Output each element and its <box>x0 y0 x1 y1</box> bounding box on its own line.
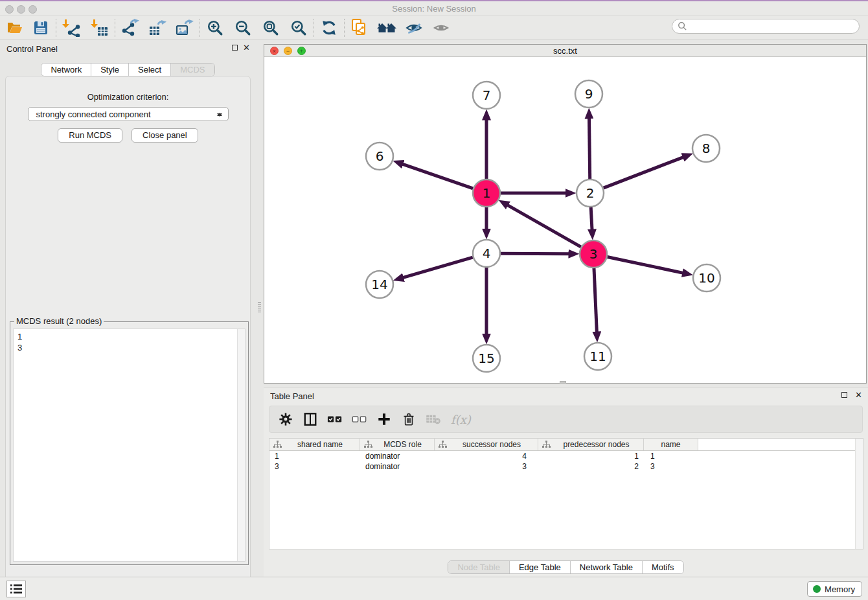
graph-node-7[interactable]: 7 <box>473 82 500 109</box>
tab-mcds[interactable]: MCDS <box>171 63 214 76</box>
graph-node-14[interactable]: 14 <box>366 271 393 298</box>
cell-MCDS-role[interactable]: dominator <box>360 461 435 472</box>
show-panel-eye-icon[interactable] <box>430 18 452 38</box>
optimization-criterion-select[interactable]: strongly connected component <box>28 107 229 121</box>
mcds-result-area[interactable]: 1 3 <box>13 329 246 562</box>
memory-status-icon <box>813 585 821 593</box>
column-visibility-icon[interactable] <box>302 411 319 428</box>
search-field[interactable] <box>672 19 860 34</box>
cell-shared-name[interactable]: 3 <box>269 461 360 472</box>
graph-node-label: 4 <box>483 246 491 261</box>
cell-name[interactable]: 1 <box>644 451 698 461</box>
toolbar-separator <box>314 19 314 37</box>
tab-network[interactable]: Network <box>41 63 91 76</box>
network-resize-handle[interactable] <box>560 381 566 384</box>
import-network-icon[interactable] <box>60 18 82 38</box>
graph-edge-1-6[interactable] <box>402 164 473 189</box>
export-network-icon[interactable] <box>119 18 141 38</box>
tab-edge-table[interactable]: Edge Table <box>510 561 571 573</box>
cell-name[interactable]: 3 <box>644 461 698 472</box>
export-image-icon[interactable] <box>174 18 196 38</box>
graph-node-11[interactable]: 11 <box>584 343 611 370</box>
float-panel-icon[interactable] <box>232 45 238 51</box>
search-input[interactable] <box>687 20 859 32</box>
save-session-icon[interactable] <box>30 18 52 38</box>
cell-shared-name[interactable]: 1 <box>269 451 360 461</box>
zoom-in-icon[interactable] <box>204 18 226 38</box>
graph-edge-2-8[interactable] <box>604 157 684 188</box>
graph-node-15[interactable]: 15 <box>473 345 500 372</box>
delete-table-icon[interactable] <box>425 411 442 428</box>
import-table-icon[interactable] <box>89 18 111 38</box>
graph-node-label: 8 <box>702 141 711 156</box>
table-body: 1dominator4113dominator323 <box>269 451 863 472</box>
run-mcds-button[interactable]: Run MCDS <box>58 128 122 143</box>
hide-panel-eye-icon[interactable] <box>403 18 425 38</box>
graph-edge-2-9[interactable] <box>589 118 589 179</box>
graph-node-2[interactable]: 2 <box>577 179 604 207</box>
open-session-icon[interactable] <box>4 18 26 38</box>
float-table-panel-icon[interactable] <box>841 392 847 398</box>
table-panel: Table Panel ✕ f(x) shared nameMCDS roles… <box>264 387 868 577</box>
tab-select[interactable]: Select <box>129 63 171 76</box>
deselect-all-columns-icon[interactable] <box>351 411 368 428</box>
graph-node-9[interactable]: 9 <box>575 80 602 108</box>
graph-edge-4-14[interactable] <box>403 257 473 278</box>
node-table: shared nameMCDS rolesuccessor nodesprede… <box>269 438 863 549</box>
zoom-out-icon[interactable] <box>232 18 254 38</box>
clone-network-icon[interactable] <box>348 18 371 38</box>
cell-predecessor-nodes[interactable]: 2 <box>538 461 644 472</box>
cell-predecessor-nodes[interactable]: 1 <box>538 451 644 461</box>
zoom-selected-icon[interactable] <box>288 18 310 38</box>
result-scrollbar[interactable] <box>237 329 245 561</box>
graph-node-6[interactable]: 6 <box>366 143 393 170</box>
mcds-result-lines: 1 3 <box>14 329 245 355</box>
network-canvas[interactable]: 1234678910111415 <box>264 57 866 383</box>
close-panel-icon[interactable]: ✕ <box>243 43 250 52</box>
graph-node-4[interactable]: 4 <box>473 240 500 267</box>
refresh-icon[interactable] <box>318 18 340 38</box>
cell-successor-nodes[interactable]: 4 <box>435 451 538 461</box>
graph-node-label: 10 <box>698 270 714 286</box>
column-header-MCDS-role[interactable]: MCDS role <box>360 439 435 450</box>
task-history-button[interactable] <box>6 581 26 597</box>
vertical-splitter[interactable] <box>256 40 264 577</box>
tab-motifs[interactable]: Motifs <box>643 561 683 573</box>
network-window-titlebar[interactable]: × − + scc.txt <box>264 45 866 57</box>
export-table-icon[interactable] <box>146 18 168 38</box>
close-panel-button[interactable]: Close panel <box>131 128 198 143</box>
column-header-name[interactable]: name <box>644 439 698 450</box>
zoom-fit-icon[interactable] <box>260 18 282 38</box>
add-column-icon[interactable] <box>376 411 393 428</box>
memory-button[interactable]: Memory <box>807 581 862 597</box>
toolbar-separator <box>115 19 115 37</box>
close-table-panel-icon[interactable]: ✕ <box>855 390 862 400</box>
column-header-successor-nodes[interactable]: successor nodes <box>435 439 538 450</box>
graph-node-1[interactable]: 1 <box>473 179 500 207</box>
tab-node-table[interactable]: Node Table <box>448 561 510 573</box>
graph-node-3[interactable]: 3 <box>580 240 607 268</box>
select-all-columns-icon[interactable] <box>326 411 343 428</box>
table-scrollbar[interactable] <box>855 439 863 549</box>
tab-network-table[interactable]: Network Table <box>571 561 643 573</box>
graph-edge-3-1[interactable] <box>507 205 581 247</box>
home-icon[interactable] <box>376 18 398 38</box>
tab-style[interactable]: Style <box>91 63 129 76</box>
graph-edge-3-10[interactable] <box>608 257 683 273</box>
column-header-predecessor-nodes[interactable]: predecessor nodes <box>538 439 644 450</box>
delete-columns-trash-icon[interactable] <box>400 411 417 428</box>
graph-edge-4-3[interactable] <box>501 253 569 254</box>
column-header-shared-name[interactable]: shared name <box>269 439 360 450</box>
main-toolbar <box>0 16 868 40</box>
graph-edge-3-11[interactable] <box>594 268 597 332</box>
mcds-result-group: MCDS result (2 nodes) 1 3 <box>10 321 249 565</box>
cell-MCDS-role[interactable]: dominator <box>360 451 435 461</box>
graph-node-8[interactable]: 8 <box>692 135 720 162</box>
graph-node-10[interactable]: 10 <box>693 264 720 292</box>
graph-edge-2-3[interactable] <box>591 207 592 230</box>
graph-node-label: 14 <box>371 277 387 292</box>
table-row: 3dominator323 <box>269 461 863 472</box>
cell-successor-nodes[interactable]: 3 <box>435 461 538 472</box>
apply-function-icon[interactable]: f(x) <box>451 413 471 426</box>
table-options-gear-icon[interactable] <box>277 411 294 428</box>
